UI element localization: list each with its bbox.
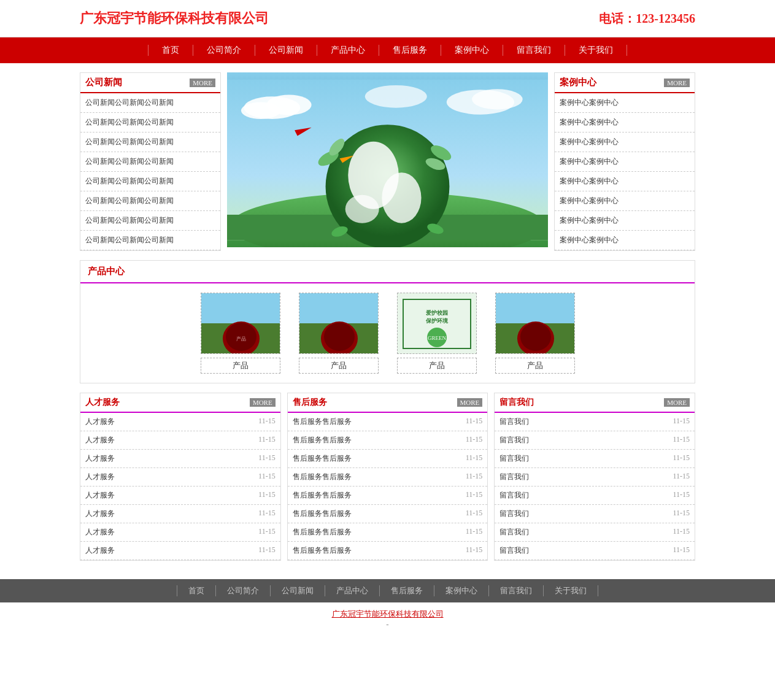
svg-point-39: [520, 323, 551, 351]
footer-nav-products[interactable]: 产品中心: [325, 585, 380, 596]
main-nav: 首页 公司简介 公司新闻 产品中心 售后服务 案例中心 留言我们 关于我们: [0, 37, 775, 63]
list-item[interactable]: 公司新闻公司新闻公司新闻: [80, 172, 220, 191]
talent-list: 人才服务11-15 人才服务11-15 人才服务11-15 人才服务11-15 …: [80, 413, 280, 560]
top-section: 公司新闻 MORE 公司新闻公司新闻公司新闻 公司新闻公司新闻公司新闻 公司新闻…: [80, 72, 695, 251]
list-item[interactable]: 公司新闻公司新闻公司新闻: [80, 152, 220, 172]
svg-point-5: [472, 89, 523, 109]
list-item[interactable]: 人才服务11-15: [80, 487, 280, 505]
list-item[interactable]: 人才服务11-15: [80, 431, 280, 450]
footer-nav-message[interactable]: 留言我们: [489, 585, 544, 596]
list-item[interactable]: 售后服务售后服务11-15: [288, 542, 488, 560]
svg-point-29: [324, 323, 355, 351]
list-item[interactable]: 公司新闻公司新闻公司新闻: [80, 113, 220, 133]
news-more[interactable]: MORE: [190, 79, 215, 87]
list-item[interactable]: 案例中心案例中心: [555, 133, 695, 152]
phone-number: 123-123456: [636, 12, 695, 25]
nav-us[interactable]: 关于我们: [565, 45, 627, 56]
product-label-3: 产品: [397, 358, 477, 374]
after-more[interactable]: MORE: [457, 398, 483, 407]
company-name: 广东冠宇节能环保科技有限公司: [80, 9, 269, 28]
footer-nav: 首页 公司简介 公司新闻 产品中心 售后服务 案例中心 留言我们 关于我们: [0, 579, 775, 602]
footer-company-link[interactable]: 广东冠宇节能环保科技有限公司: [332, 609, 444, 618]
list-item[interactable]: 公司新闻公司新闻公司新闻: [80, 133, 220, 152]
news-list: 公司新闻公司新闻公司新闻 公司新闻公司新闻公司新闻 公司新闻公司新闻公司新闻 公…: [80, 93, 220, 250]
products-title: 产品中心: [88, 266, 125, 276]
talent-more[interactable]: MORE: [250, 398, 276, 407]
product-image-4: [495, 293, 575, 354]
list-item[interactable]: 案例中心案例中心: [555, 152, 695, 172]
product-item[interactable]: 产品: [296, 293, 382, 374]
nav-news[interactable]: 公司新闻: [255, 45, 317, 56]
cases-title: 案例中心: [560, 77, 596, 88]
cases-box: 案例中心 MORE 案例中心案例中心 案例中心案例中心 案例中心案例中心 案例中…: [554, 72, 695, 251]
list-item[interactable]: 公司新闻公司新闻公司新闻: [80, 211, 220, 231]
list-item[interactable]: 留言我们11-15: [495, 523, 695, 542]
product-label-4: 产品: [495, 358, 575, 374]
footer-nav-service[interactable]: 售后服务: [380, 585, 434, 596]
list-item[interactable]: 案例中心案例中心: [555, 172, 695, 191]
message-title: 留言我们: [499, 397, 534, 408]
list-item[interactable]: 公司新闻公司新闻公司新闻: [80, 191, 220, 211]
list-item[interactable]: 案例中心案例中心: [555, 231, 695, 250]
list-item[interactable]: 留言我们11-15: [495, 505, 695, 523]
nav-home[interactable]: 首页: [148, 45, 193, 56]
svg-rect-21: [201, 293, 280, 323]
nav-service[interactable]: 售后服务: [379, 45, 441, 56]
phone-label: 电话：: [599, 12, 636, 25]
product-item[interactable]: 产品 产品: [198, 293, 283, 374]
list-item[interactable]: 留言我们11-15: [495, 468, 695, 487]
list-item[interactable]: 留言我们11-15: [495, 413, 695, 431]
product-image-3: 爱护校园 保护环境 GREEN: [397, 293, 477, 354]
footer-bottom: 广东冠宇节能环保科技有限公司 -: [0, 602, 775, 636]
nav-message[interactable]: 留言我们: [503, 45, 565, 56]
after-list: 售后服务售后服务11-15 售后服务售后服务11-15 售后服务售后服务11-1…: [288, 413, 488, 560]
list-item[interactable]: 案例中心案例中心: [555, 113, 695, 133]
list-item[interactable]: 人才服务11-15: [80, 523, 280, 542]
footer-nav-cases[interactable]: 案例中心: [434, 585, 489, 596]
list-item[interactable]: 留言我们11-15: [495, 431, 695, 450]
svg-point-3: [241, 102, 280, 119]
list-item[interactable]: 售后服务售后服务11-15: [288, 431, 488, 450]
list-item[interactable]: 人才服务11-15: [80, 468, 280, 487]
list-item[interactable]: 售后服务售后服务11-15: [288, 413, 488, 431]
svg-point-6: [365, 85, 427, 108]
message-more[interactable]: MORE: [664, 398, 690, 407]
bottom-section: 人才服务 MORE 人才服务11-15 人才服务11-15 人才服务11-15 …: [80, 393, 695, 561]
list-item[interactable]: 公司新闻公司新闻公司新闻: [80, 231, 220, 250]
list-item[interactable]: 售后服务售后服务11-15: [288, 450, 488, 468]
list-item[interactable]: 案例中心案例中心: [555, 211, 695, 231]
product-image-1: 产品: [201, 293, 280, 354]
product-label-1: 产品: [201, 358, 280, 374]
product-label-2: 产品: [299, 358, 379, 374]
footer-nav-us[interactable]: 关于我们: [544, 585, 598, 596]
list-item[interactable]: 留言我们11-15: [495, 487, 695, 505]
list-item[interactable]: 售后服务售后服务11-15: [288, 505, 488, 523]
nav-about[interactable]: 公司简介: [193, 45, 255, 56]
list-item[interactable]: 留言我们11-15: [495, 542, 695, 560]
list-item[interactable]: 人才服务11-15: [80, 542, 280, 560]
product-item[interactable]: 爱护校园 保护环境 GREEN 产品: [394, 293, 480, 374]
product-item[interactable]: 产品: [492, 293, 578, 374]
nav-products[interactable]: 产品中心: [317, 45, 379, 56]
svg-text:爱护校园: 爱护校园: [426, 309, 448, 316]
footer-nav-news[interactable]: 公司新闻: [271, 585, 325, 596]
list-item[interactable]: 公司新闻公司新闻公司新闻: [80, 93, 220, 113]
list-item[interactable]: 人才服务11-15: [80, 413, 280, 431]
list-item[interactable]: 售后服务售后服务11-15: [288, 468, 488, 487]
after-header: 售后服务 MORE: [288, 393, 488, 413]
list-item[interactable]: 人才服务11-15: [80, 450, 280, 468]
cases-more[interactable]: MORE: [664, 79, 690, 87]
list-item[interactable]: 案例中心案例中心: [555, 93, 695, 113]
after-title: 售后服务: [293, 397, 327, 408]
list-item[interactable]: 人才服务11-15: [80, 505, 280, 523]
main-content: 公司新闻 MORE 公司新闻公司新闻公司新闻 公司新闻公司新闻公司新闻 公司新闻…: [0, 63, 775, 579]
list-item[interactable]: 留言我们11-15: [495, 450, 695, 468]
svg-text:保护环境: 保护环境: [425, 317, 449, 324]
footer-nav-about[interactable]: 公司简介: [216, 585, 271, 596]
list-item[interactable]: 案例中心案例中心: [555, 191, 695, 211]
footer-nav-home[interactable]: 首页: [177, 585, 216, 596]
news-box: 公司新闻 MORE 公司新闻公司新闻公司新闻 公司新闻公司新闻公司新闻 公司新闻…: [80, 72, 221, 251]
list-item[interactable]: 售后服务售后服务11-15: [288, 487, 488, 505]
list-item[interactable]: 售后服务售后服务11-15: [288, 523, 488, 542]
nav-cases[interactable]: 案例中心: [441, 45, 503, 56]
